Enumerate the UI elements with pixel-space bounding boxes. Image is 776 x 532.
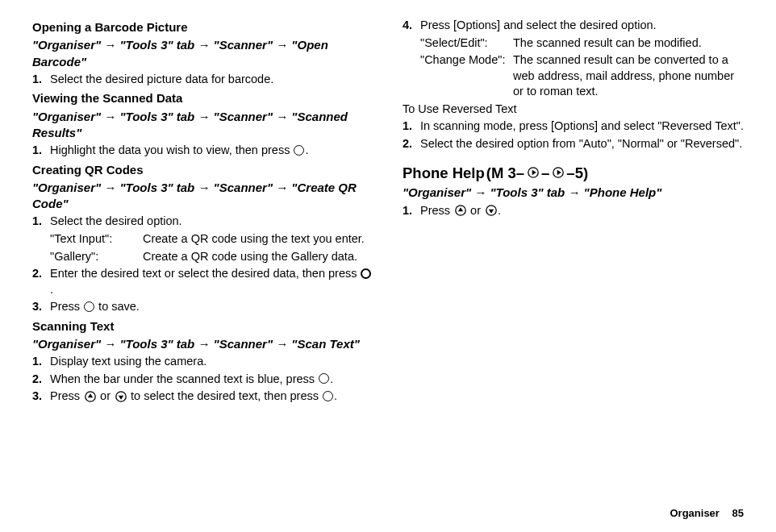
right-key-icon [528, 167, 539, 178]
step-number: 1. [403, 118, 420, 135]
step-number: 1. [32, 214, 50, 230]
nav-path-scanned-results: "Organiser" → "Tools 3" tab → "Scanner" … [32, 109, 373, 142]
step-number: 3. [32, 389, 50, 405]
svg-marker-3 [118, 395, 123, 399]
down-key-icon [486, 205, 497, 216]
down-key-icon [115, 391, 127, 402]
option-term: "Text Input": [50, 231, 143, 247]
section-title-phone-help: Phone Help (M 3–––5) [403, 164, 744, 184]
option-desc: Create a QR code using the Gallery data. [143, 249, 373, 265]
option-term: "Change Mode": [420, 52, 513, 100]
page-footer: Organiser 85 [670, 507, 744, 519]
svg-marker-5 [532, 170, 536, 175]
nav-path-phone-help: "Organiser" → "Tools 3" tab → "Phone Hel… [403, 185, 744, 201]
up-key-icon [455, 205, 466, 216]
step-text: When the bar under the scanned text is b… [50, 372, 373, 388]
nav-path-create-qr: "Organiser" → "Tools 3" tab → "Scanner" … [32, 180, 373, 213]
center-key-icon [323, 391, 333, 401]
step-number: 2. [403, 136, 420, 152]
step-text: In scanning mode, press [Options] and se… [420, 118, 744, 135]
step-number: 1. [32, 72, 50, 88]
center-key-icon [294, 145, 304, 156]
step-number: 4. [403, 18, 420, 34]
heading-create-qr: Creating QR Codes [32, 162, 373, 178]
step-text: Press [Options] and select the desired o… [420, 18, 744, 34]
nav-path-open-barcode: "Organiser" → "Tools 3" tab → "Scanner" … [32, 37, 373, 70]
up-key-icon [85, 391, 96, 402]
svg-marker-11 [488, 210, 493, 214]
step-text: Press to save. [50, 299, 373, 315]
center-key-icon [84, 301, 94, 312]
step-text: Display text using the camera. [50, 354, 373, 370]
heading-view-scanned: Viewing the Scanned Data [32, 90, 373, 106]
step-text: Select the desired option from "Auto", "… [420, 136, 744, 152]
step-text: Enter the desired text or select the des… [50, 266, 373, 297]
nav-path-scan-text: "Organiser" → "Tools 3" tab → "Scanner" … [32, 336, 373, 352]
option-desc: The scanned result can be converted to a… [513, 52, 744, 100]
right-key-icon [553, 167, 564, 178]
step-text: Press or to select the desired text, the… [50, 389, 373, 405]
svg-marker-1 [87, 393, 92, 397]
option-term: "Select/Edit": [420, 35, 513, 52]
step-text: Highlight the data you wish to view, the… [50, 143, 373, 159]
heading-open-barcode: Opening a Barcode Picture [32, 19, 373, 35]
center-key-icon [361, 268, 371, 279]
svg-marker-9 [457, 207, 462, 211]
step-text: Press or . [420, 203, 744, 219]
option-desc: Create a QR code using the text you ente… [143, 231, 373, 247]
step-number: 2. [32, 266, 50, 297]
svg-marker-7 [557, 170, 561, 175]
heading-scan-text: Scanning Text [32, 318, 373, 335]
center-key-icon [319, 373, 329, 384]
right-column: 4. Press [Options] and select the desire… [403, 16, 744, 405]
option-desc: The scanned result can be modified. [513, 35, 744, 52]
step-number: 1. [32, 354, 50, 370]
footer-page-number: 85 [732, 507, 744, 519]
step-number: 1. [32, 143, 50, 159]
option-term: "Gallery": [50, 249, 143, 265]
step-number: 3. [32, 299, 50, 315]
footer-section: Organiser [670, 507, 719, 519]
step-text: Select the desired picture data for barc… [50, 72, 373, 88]
step-number: 2. [32, 372, 50, 388]
left-column: Opening a Barcode Picture "Organiser" → … [32, 16, 373, 405]
step-text: Select the desired option. [50, 214, 373, 230]
step-number: 1. [403, 203, 420, 219]
subheading-reversed-text: To Use Reversed Text [403, 102, 744, 118]
